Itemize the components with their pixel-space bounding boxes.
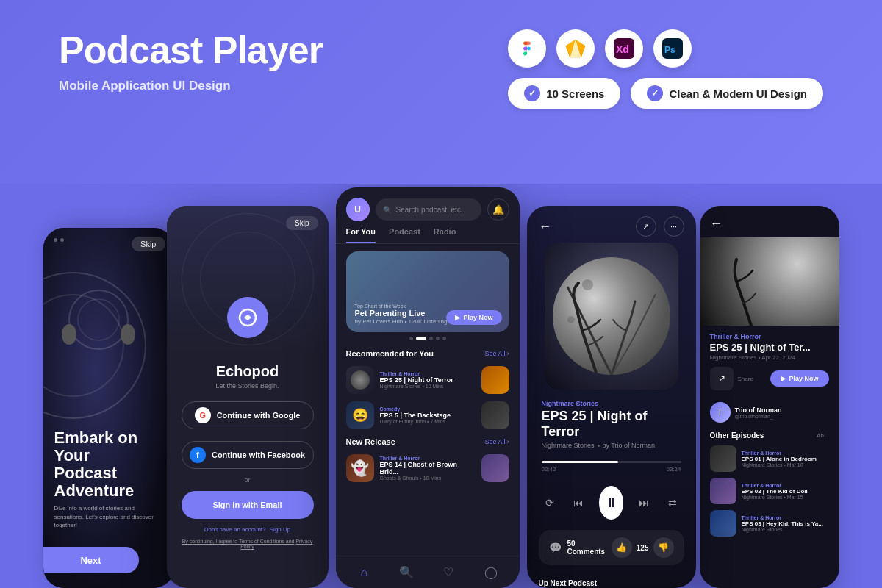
item-img-1 xyxy=(481,366,509,394)
ep-play-button[interactable]: ▶ Play Now xyxy=(770,370,828,387)
login-body: Echopod Let the Stories Begin. G Continu… xyxy=(167,353,329,559)
up-next-section: Up Next Podcast xyxy=(527,570,696,588)
ep-user-name: Trio of Norman xyxy=(735,406,782,414)
hero-left: Podcast Player Mobile Application UI Des… xyxy=(59,29,323,93)
progress-bar[interactable] xyxy=(542,461,681,463)
forward-button[interactable]: ⏭ xyxy=(635,491,652,514)
ep-meta-3: Nightmare Stories xyxy=(742,527,823,532)
ep-name-1: EPS 01 | Alone in Bedroom xyxy=(742,456,817,462)
list-item[interactable]: 😄 Comedy EPS 5 | The Backstage Diary of … xyxy=(336,398,520,433)
ep-name-3: EPS 03 | Hey Kid, This is Ya... xyxy=(742,520,823,527)
moon-mini xyxy=(351,370,370,390)
author-text: Nightmare Stories xyxy=(542,442,595,449)
like-button[interactable]: 👍 xyxy=(612,537,632,558)
ep-meta-2: Nightmare Stories • Mar 15 xyxy=(742,495,808,500)
dot-3 xyxy=(429,337,433,340)
item-info-2: Comedy EPS 5 | The Backstage Diary of Fu… xyxy=(380,406,476,424)
dot-4 xyxy=(436,337,440,340)
ep-user-avatar: T xyxy=(710,402,731,423)
search-bar[interactable]: 🔍 Search podcast, etc.. xyxy=(376,198,481,220)
date-text: by Trio of Norman xyxy=(603,442,656,449)
ep-play-label: Play Now xyxy=(789,375,818,382)
dots-indicator xyxy=(54,238,64,242)
nav-profile-button[interactable]: ◯ xyxy=(480,562,502,584)
screen-episode-detail: ← Thriller & Horror EPS 25 | Night of Te… xyxy=(700,206,839,588)
ep-info-2: Thriller & Horror EPS 02 | The Kid of Do… xyxy=(742,483,808,500)
shuffle-button[interactable]: ⇄ xyxy=(664,491,681,514)
likes-count: 125 xyxy=(637,544,649,552)
screen-login: Skip Echopod Let the Stories Begin. G Co… xyxy=(167,206,329,588)
nav-bookmark-button[interactable]: ♡ xyxy=(437,562,459,584)
ep-meta: Nightmare Stories • Apr 22, 2024 xyxy=(710,354,829,361)
episode-art-image xyxy=(700,237,839,326)
ep-share-row: ↗ Share ▶ Play Now xyxy=(710,367,829,390)
google-login-button[interactable]: G Continue with Google xyxy=(182,401,314,429)
skip-button[interactable]: Skip xyxy=(132,237,165,251)
email-login-button[interactable]: Sign In with Email xyxy=(182,491,314,519)
sketch-icon xyxy=(556,29,595,68)
check-icon-1: ✓ xyxy=(524,85,540,101)
ep-info-1: Thriller & Horror EPS 01 | Alone in Bedr… xyxy=(742,451,817,467)
next-button[interactable]: Next xyxy=(43,547,139,573)
item-thumbnail-1 xyxy=(346,366,374,394)
carousel-dots xyxy=(336,337,520,340)
user-avatar-initial: T xyxy=(710,402,731,423)
sign-up-link[interactable]: Sign Up xyxy=(270,526,290,533)
item-meta-3: Ghosts & Ghouls • 10 Mins xyxy=(380,476,476,481)
list-item[interactable]: Thriller & Horror EPS 25 | Night of Terr… xyxy=(336,362,520,398)
list-item[interactable]: Thriller & Horror EPS 01 | Alone in Bedr… xyxy=(710,445,829,472)
ep-meta-1: Nightmare Stories • Mar 10 xyxy=(742,462,817,467)
repeat-button[interactable]: ⟳ xyxy=(542,491,559,514)
list-item[interactable]: 👻 Thriller & Horror EPS 14 | Ghost of Br… xyxy=(336,451,520,486)
nav-home-button[interactable]: ⌂ xyxy=(353,562,375,584)
moon-bg xyxy=(700,237,839,326)
facebook-login-button[interactable]: f Continue with Facebook xyxy=(182,441,314,469)
recommended-see-all[interactable]: See All › xyxy=(484,350,509,357)
dislike-button[interactable]: 👎 xyxy=(653,537,674,558)
back-button-ep[interactable]: ← xyxy=(710,216,723,232)
play-pause-button[interactable]: ⏸ xyxy=(599,486,623,520)
feature-badges: ✓ 10 Screens ✓ Clean & Modern UI Design xyxy=(508,78,823,109)
headphone-graphic xyxy=(58,287,139,368)
about-button[interactable]: Ab... xyxy=(817,432,828,439)
nav-search-button[interactable]: 🔍 xyxy=(395,562,417,584)
total-time: 03:24 xyxy=(666,466,681,473)
rewind-button[interactable]: ⏮ xyxy=(570,491,587,514)
featured-card[interactable]: Top Chart of the Week Pet Parenting Live… xyxy=(346,251,509,332)
user-avatar: U xyxy=(346,198,370,221)
terms-text: By continuing, I agree to Terms of Condi… xyxy=(182,539,314,549)
other-episodes-section: Other Episodes Ab... Thriller & Horror E… xyxy=(700,427,839,541)
login-skip-button[interactable]: Skip xyxy=(286,216,318,230)
branch-svg xyxy=(553,257,670,375)
screen-onboarding: Skip Embark on Your Podcast Adventure Di… xyxy=(43,228,174,588)
item-img-3 xyxy=(481,454,509,482)
more-button[interactable]: ··· xyxy=(664,216,684,237)
hero-subtitle: Mobile Application UI Design xyxy=(59,79,323,93)
back-button[interactable]: ← xyxy=(539,219,552,234)
list-item[interactable]: Thriller & Horror EPS 03 | Hey Kid, This… xyxy=(710,510,829,537)
notification-bell-button[interactable]: 🔔 xyxy=(487,198,509,220)
progress-fill xyxy=(542,461,619,463)
recommended-section-header: Recommended for You See All › xyxy=(336,345,520,362)
player-info: Nightmare Stories EPS 25 | Night of Terr… xyxy=(527,390,696,453)
xd-icon: Xd xyxy=(605,29,643,68)
ep-share-button[interactable]: ↗ xyxy=(710,367,734,390)
time-display: 02:42 03:24 xyxy=(542,466,681,473)
tab-podcast[interactable]: Podcast xyxy=(389,227,420,243)
other-eps-header: Other Episodes Ab... xyxy=(710,431,829,440)
ghost-art: 👻 xyxy=(346,454,374,482)
figma-icon xyxy=(508,29,546,68)
screens-badge-label: 10 Screens xyxy=(546,87,604,100)
app-logo xyxy=(227,297,268,338)
new-release-see-all[interactable]: See All › xyxy=(484,438,509,445)
tab-radio[interactable]: Radio xyxy=(434,227,456,243)
up-next-label: Up Next Podcast xyxy=(539,579,597,587)
share-button[interactable]: ↗ xyxy=(636,216,656,237)
comments-label[interactable]: 50 Comments xyxy=(567,539,612,556)
ep-info-3: Thriller & Horror EPS 03 | Hey Kid, This… xyxy=(742,515,823,532)
comedy-art: 😄 xyxy=(352,407,368,423)
list-item[interactable]: Thriller & Horror EPS 02 | The Kid of Do… xyxy=(710,478,829,504)
other-eps-label: Other Episodes xyxy=(710,431,764,440)
featured-play-button[interactable]: ▶ Play Now xyxy=(446,310,501,325)
tab-for-you[interactable]: For You xyxy=(346,227,376,243)
